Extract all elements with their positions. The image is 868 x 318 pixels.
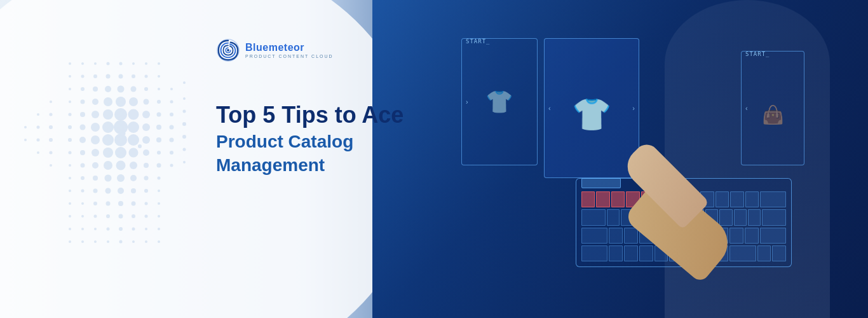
svg-point-95 (118, 201, 123, 206)
holographic-keyboard (576, 178, 792, 267)
frame-nav-right: ‹ (742, 104, 804, 112)
svg-point-120 (132, 240, 135, 243)
svg-point-146 (37, 151, 39, 154)
svg-point-104 (132, 214, 135, 218)
svg-point-34 (157, 100, 161, 104)
svg-point-47 (114, 120, 128, 134)
svg-point-42 (157, 113, 161, 117)
svg-point-84 (81, 190, 85, 193)
svg-point-98 (158, 202, 160, 205)
svg-point-15 (119, 74, 123, 79)
svg-point-45 (91, 123, 100, 132)
svg-point-29 (92, 99, 98, 105)
logo-area: Bluemeteor PRODUCT CONTENT CLOUD (216, 38, 334, 62)
svg-point-124 (183, 81, 186, 84)
svg-point-4 (81, 62, 84, 65)
svg-point-137 (50, 100, 52, 103)
svg-point-67 (69, 164, 71, 167)
svg-point-9 (145, 62, 147, 65)
svg-point-142 (50, 164, 52, 167)
svg-point-118 (107, 240, 109, 243)
svg-point-10 (158, 62, 160, 65)
svg-point-87 (118, 188, 124, 194)
svg-point-119 (119, 240, 123, 244)
svg-point-123 (170, 88, 173, 90)
svg-point-127 (170, 113, 173, 116)
svg-point-28 (81, 100, 85, 104)
svg-point-80 (130, 175, 137, 181)
svg-point-57 (142, 136, 150, 144)
svg-point-36 (80, 112, 85, 117)
svg-point-21 (93, 86, 98, 92)
svg-point-106 (158, 215, 160, 218)
svg-point-71 (116, 161, 126, 170)
svg-point-143 (37, 113, 39, 116)
svg-point-16 (132, 74, 135, 78)
svg-point-114 (158, 228, 160, 230)
svg-point-50 (156, 125, 161, 130)
svg-point-76 (81, 176, 85, 180)
svg-point-59 (69, 151, 72, 155)
svg-point-116 (81, 240, 84, 243)
svg-point-32 (129, 97, 138, 106)
svg-point-103 (119, 214, 123, 219)
svg-point-105 (145, 215, 148, 218)
svg-point-58 (156, 137, 161, 142)
svg-point-150 (227, 49, 229, 52)
svg-point-43 (68, 125, 72, 129)
headline-line1: Top 5 Tips to Ace (216, 102, 403, 128)
svg-point-7 (119, 62, 123, 66)
svg-point-65 (143, 149, 149, 156)
svg-point-139 (49, 125, 53, 129)
svg-point-75 (69, 177, 71, 179)
svg-point-81 (144, 176, 149, 181)
svg-point-107 (69, 228, 71, 230)
frame-nav-left: › (462, 98, 537, 106)
svg-point-38 (103, 109, 113, 120)
svg-point-60 (80, 150, 85, 155)
svg-point-128 (183, 110, 186, 113)
svg-point-3 (69, 62, 71, 65)
svg-point-26 (158, 88, 160, 90)
svg-point-145 (37, 139, 40, 142)
svg-point-125 (170, 100, 173, 104)
svg-point-55 (114, 134, 127, 146)
svg-point-22 (105, 86, 111, 92)
svg-point-133 (170, 151, 173, 155)
svg-point-37 (92, 111, 99, 118)
svg-point-96 (132, 202, 136, 206)
svg-point-100 (81, 215, 84, 218)
svg-point-25 (144, 87, 148, 91)
svg-point-126 (183, 97, 186, 100)
hand-palm (623, 174, 738, 284)
svg-point-64 (129, 148, 139, 158)
clothing-frame-right: START_ ‹ 👜 (741, 51, 804, 165)
svg-point-108 (81, 228, 84, 230)
svg-point-41 (142, 111, 150, 118)
svg-point-79 (117, 174, 125, 182)
svg-point-5 (94, 62, 97, 65)
svg-point-147 (24, 126, 27, 128)
svg-point-53 (91, 135, 100, 144)
svg-point-90 (158, 190, 160, 192)
svg-point-14 (106, 74, 111, 79)
svg-point-83 (69, 190, 71, 192)
svg-point-130 (182, 122, 186, 126)
svg-point-19 (69, 88, 71, 90)
svg-point-17 (145, 75, 148, 78)
svg-point-122 (158, 240, 160, 243)
svg-point-44 (80, 125, 86, 130)
svg-point-101 (94, 215, 97, 218)
svg-point-61 (92, 149, 99, 156)
svg-point-136 (183, 161, 186, 163)
svg-point-132 (182, 135, 186, 139)
svg-point-88 (131, 188, 136, 193)
svg-point-74 (158, 164, 161, 167)
logo-spiral-icon (216, 38, 240, 62)
svg-point-121 (145, 240, 147, 243)
svg-point-82 (158, 177, 161, 180)
svg-point-39 (114, 108, 127, 121)
frame-nav-center: ‹ › (545, 104, 639, 112)
svg-point-12 (81, 75, 85, 78)
headline-line2: Product Catalog (216, 130, 403, 153)
